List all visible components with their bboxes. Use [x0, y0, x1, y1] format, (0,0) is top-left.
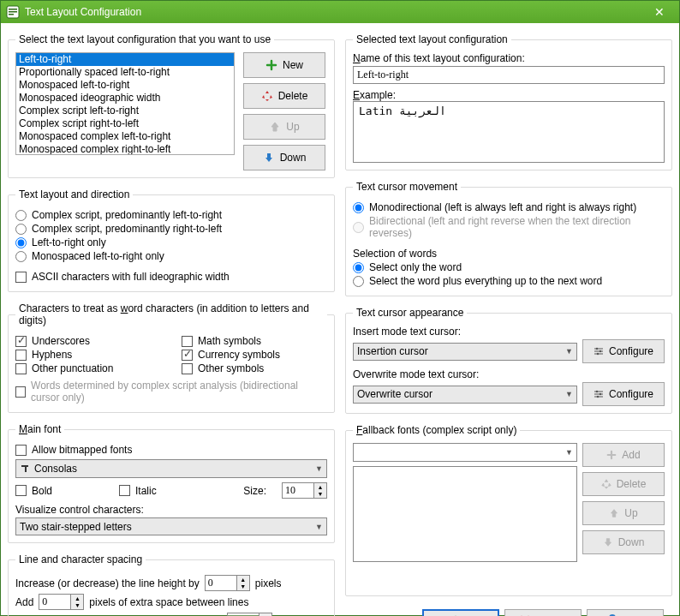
fallback-fonts-legend: Fallback fonts (complex script only) — [353, 424, 520, 436]
window-title: Text Layout Configuration — [25, 6, 645, 18]
svg-rect-2 — [9, 11, 17, 13]
char-width-spinner: ▲▼ — [227, 613, 272, 616]
visualize-label: Visualize control characters: — [15, 504, 327, 516]
app-icon — [6, 5, 20, 19]
radio-ltr-only[interactable]: Left-to-right only — [15, 236, 327, 248]
check-ascii-ideographic[interactable]: ASCII characters with full ideographic w… — [15, 271, 327, 283]
chevron-down-icon: ▼ — [315, 464, 323, 473]
check-italic[interactable]: Italic — [119, 485, 157, 497]
insert-cursor-label: Insert mode text cursor: — [353, 326, 665, 338]
recycle-icon — [261, 90, 273, 102]
left-column: Select the text layout configuration tha… — [8, 28, 335, 616]
fallback-font-select[interactable]: ▼ — [353, 443, 577, 462]
plus-icon — [606, 450, 617, 460]
selection-words-label: Selection of words — [353, 248, 665, 260]
select-config-legend: Select the text layout configuration tha… — [15, 33, 274, 45]
insert-cursor-select[interactable]: Insertion cursor▼ — [353, 343, 577, 361]
list-item[interactable]: Left-to-right — [16, 53, 234, 66]
sliders-icon — [594, 389, 604, 399]
radio-mono-ltr[interactable]: Monospaced left-to-right only — [15, 250, 327, 262]
list-item[interactable]: Complex script right-to-left — [16, 117, 234, 130]
list-item[interactable]: Monospaced complex right-to-left — [16, 143, 234, 155]
check-other-punct[interactable]: Other punctuation — [15, 362, 161, 374]
close-button[interactable]: ✕ — [645, 1, 674, 23]
config-listbox[interactable]: Left-to-right Proportionally spaced left… — [15, 52, 235, 155]
selected-config-group: Selected text layout configuration Name … — [345, 33, 672, 170]
chevron-down-icon: ▼ — [315, 523, 323, 531]
chevron-down-icon: ▼ — [565, 390, 573, 398]
check-complex-words: Words determined by complex script analy… — [15, 380, 327, 404]
add-spacing-label: Add — [15, 596, 33, 608]
arrow-up-icon — [269, 121, 281, 133]
svg-rect-3 — [9, 14, 14, 15]
sliders-icon — [594, 346, 604, 356]
check-allow-bitmap[interactable]: Allow bitmapped fonts — [15, 444, 327, 456]
radio-select-word[interactable]: Select only the word — [353, 261, 665, 273]
chevron-down-icon: ▼ — [565, 448, 573, 457]
layout-direction-group: Text layout and direction Complex script… — [8, 188, 335, 292]
line-height-label: Increase (or decrease) the line height b… — [15, 577, 200, 589]
up-button[interactable]: Up — [243, 114, 325, 140]
fallback-font-list[interactable] — [353, 466, 577, 562]
fallback-fonts-group: Fallback fonts (complex script only) ▼ A… — [345, 424, 672, 596]
check-underscores[interactable]: Underscores — [15, 335, 161, 347]
spacing-legend: Line and character spacing — [15, 553, 146, 565]
configure-insert-button[interactable]: Configure — [582, 339, 665, 363]
check-other-sym[interactable]: Other symbols — [182, 362, 327, 374]
visualize-select[interactable]: Two stair-stepped letters▼ — [15, 517, 327, 535]
plus-icon — [265, 59, 277, 71]
configure-overwrite-button[interactable]: Configure — [582, 382, 665, 406]
check-currency[interactable]: Currency symbols — [182, 349, 327, 361]
check-math[interactable]: Math symbols — [182, 335, 327, 347]
fallback-add-button[interactable]: Add — [582, 443, 665, 467]
list-item[interactable]: Monospaced complex left-to-right — [16, 130, 234, 143]
layout-direction-legend: Text layout and direction — [15, 188, 133, 200]
list-item[interactable]: Monospaced left-to-right — [16, 79, 234, 92]
example-box[interactable]: Latin العربية — [353, 101, 665, 163]
selected-config-legend: Selected text layout configuration — [353, 33, 511, 45]
fallback-delete-button[interactable]: Delete — [582, 472, 665, 496]
font-icon — [20, 463, 30, 474]
arrow-down-icon — [263, 152, 275, 164]
radio-select-word-plus[interactable]: Select the word plus everything up to th… — [353, 275, 665, 287]
main-font-group: Main font Allow bitmapped fonts Consolas… — [8, 423, 335, 543]
svg-point-5 — [599, 350, 601, 352]
list-item[interactable]: Proportionally spaced left-to-right — [16, 66, 234, 79]
svg-point-6 — [597, 353, 599, 355]
svg-point-7 — [596, 391, 598, 392]
radio-monodirectional[interactable]: Monodirectional (left is always left and… — [353, 201, 665, 213]
check-bold[interactable]: Bold — [15, 485, 52, 497]
right-column: Selected text layout configuration Name … — [345, 28, 672, 616]
fallback-down-button[interactable]: Down — [582, 530, 665, 554]
overwrite-cursor-select[interactable]: Overwrite cursor▼ — [353, 386, 577, 404]
delete-button[interactable]: Delete — [243, 83, 325, 109]
new-button[interactable]: New — [243, 52, 325, 78]
size-label: Size: — [243, 485, 266, 497]
svg-point-8 — [599, 393, 601, 395]
check-hyphens[interactable]: Hyphens — [15, 349, 161, 361]
cancel-button[interactable]: Cancel — [504, 609, 582, 616]
list-item[interactable]: Monospaced ideographic width — [16, 92, 234, 105]
radio-complex-rtl[interactable]: Complex script, predominantly right-to-l… — [15, 223, 327, 235]
dialog-window: Text Layout Configuration ✕ Select the t… — [0, 0, 680, 616]
arrow-down-icon — [603, 537, 613, 547]
word-chars-group: Characters to treat as word characters (… — [8, 302, 335, 413]
arrow-up-icon — [609, 508, 619, 518]
list-item[interactable]: Complex script left-to-right — [16, 105, 234, 117]
radio-complex-ltr[interactable]: Complex script, predominantly left-to-ri… — [15, 209, 327, 221]
recycle-icon — [601, 479, 611, 489]
svg-rect-1 — [9, 9, 17, 10]
down-button[interactable]: Down — [243, 145, 325, 170]
radio-bidirectional: Bidirectional (left and right reverse wh… — [353, 215, 665, 239]
line-height-spinner[interactable]: ▲▼ — [205, 575, 250, 591]
cursor-movement-legend: Text cursor movement — [353, 181, 461, 193]
size-spinner[interactable]: ▲▼ — [282, 482, 327, 499]
fallback-up-button[interactable]: Up — [582, 501, 665, 525]
cursor-appearance-group: Text cursor appearance Insert mode text … — [345, 307, 672, 414]
add-spacing-spinner[interactable]: ▲▼ — [39, 594, 84, 610]
help-button[interactable]: Help — [587, 609, 664, 616]
ok-button[interactable]: OK — [422, 609, 499, 616]
name-input[interactable] — [353, 66, 665, 84]
spacing-group: Line and character spacing Increase (or … — [8, 553, 335, 616]
font-select[interactable]: Consolas ▼ — [15, 459, 327, 478]
